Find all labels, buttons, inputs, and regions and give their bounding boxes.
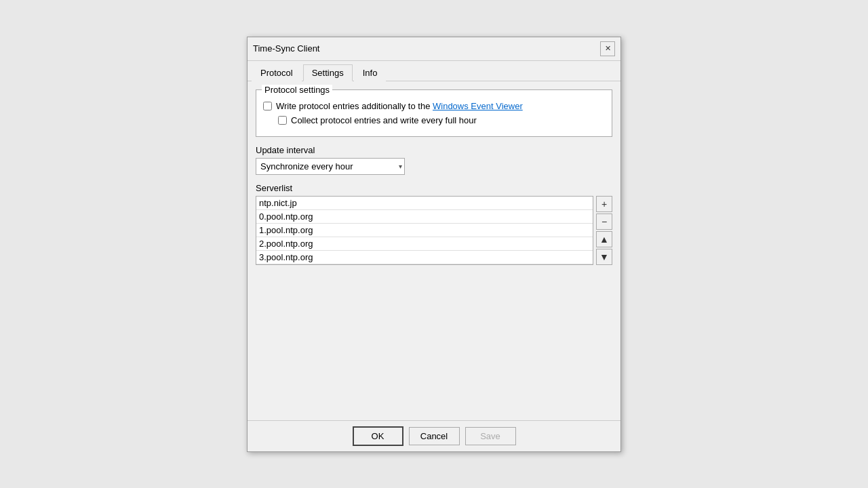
list-item[interactable]: 2.pool.ntp.org	[256, 237, 593, 251]
ok-button[interactable]: OK	[353, 426, 403, 446]
footer: OK Cancel Save	[248, 420, 620, 451]
cancel-button[interactable]: Cancel	[409, 427, 460, 445]
collect-protocol-label: Collect protocol entries and write every…	[291, 115, 477, 125]
dialog: Time-Sync Client ✕ Protocol Settings Inf…	[247, 37, 621, 452]
list-item[interactable]: ntp.nict.jp	[256, 197, 593, 210]
add-server-button[interactable]: +	[596, 196, 612, 212]
close-button[interactable]: ✕	[600, 41, 615, 56]
write-protocol-checkbox[interactable]	[263, 102, 272, 110]
tab-info[interactable]: Info	[354, 64, 387, 81]
title-bar: Time-Sync Client ✕	[248, 37, 620, 61]
serverlist-section: Serverlist ntp.nict.jp 0.pool.ntp.org 1.…	[256, 183, 612, 265]
serverlist-box[interactable]: ntp.nict.jp 0.pool.ntp.org 1.pool.ntp.or…	[256, 196, 593, 265]
update-interval-dropdown-wrapper: Synchronize every hour Synchronize every…	[256, 158, 405, 175]
update-interval-label: Update interval	[256, 145, 612, 155]
save-button[interactable]: Save	[465, 427, 516, 445]
serverlist-label: Serverlist	[256, 183, 612, 193]
tab-settings[interactable]: Settings	[303, 64, 353, 81]
dialog-title: Time-Sync Client	[253, 43, 319, 54]
list-item[interactable]: 0.pool.ntp.org	[256, 210, 593, 224]
tab-bar: Protocol Settings Info	[248, 61, 620, 81]
list-item[interactable]: 1.pool.ntp.org	[256, 224, 593, 237]
move-down-button[interactable]: ▼	[596, 249, 612, 265]
group-title: Protocol settings	[262, 85, 332, 95]
move-up-button[interactable]: ▲	[596, 231, 612, 247]
collect-protocol-checkbox[interactable]	[278, 116, 287, 125]
write-protocol-row: Write protocol entries additionally to t…	[263, 101, 605, 111]
event-viewer-link[interactable]: Windows Event Viewer	[433, 101, 523, 111]
protocol-settings-group: Protocol settings Write protocol entries…	[256, 89, 612, 137]
tab-content: Protocol settings Write protocol entries…	[248, 81, 620, 420]
remove-server-button[interactable]: −	[596, 214, 612, 230]
tab-protocol[interactable]: Protocol	[252, 64, 302, 81]
update-interval-select[interactable]: Synchronize every hour Synchronize every…	[256, 158, 405, 175]
update-interval-section: Update interval Synchronize every hour S…	[256, 145, 612, 175]
list-item[interactable]: 3.pool.ntp.org	[256, 251, 593, 264]
serverlist-area: ntp.nict.jp 0.pool.ntp.org 1.pool.ntp.or…	[256, 196, 612, 265]
collect-protocol-row: Collect protocol entries and write every…	[263, 115, 605, 125]
write-protocol-label: Write protocol entries additionally to t…	[276, 101, 523, 111]
serverlist-controls: + − ▲ ▼	[596, 196, 612, 265]
